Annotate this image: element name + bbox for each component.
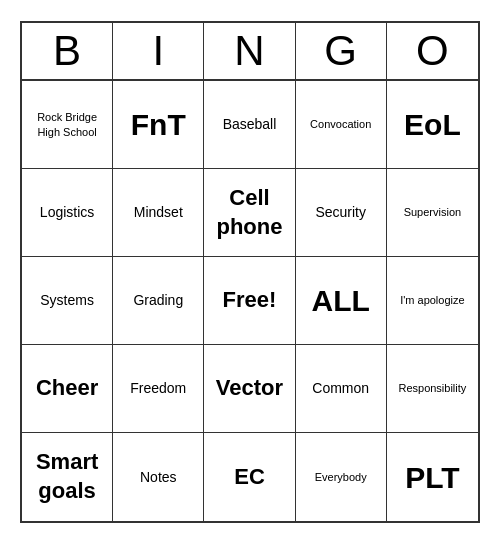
bingo-cell: Responsibility <box>387 345 478 433</box>
header-letter: I <box>113 23 204 79</box>
cell-text: Security <box>315 203 366 221</box>
cell-text: Supervision <box>404 205 461 219</box>
bingo-cell: Logistics <box>22 169 113 257</box>
bingo-cell: ALL <box>296 257 387 345</box>
bingo-grid: Rock Bridge High SchoolFnTBaseballConvoc… <box>22 81 478 521</box>
header-letter: N <box>204 23 295 79</box>
bingo-cell: Everybody <box>296 433 387 521</box>
cell-text: FnT <box>131 105 186 144</box>
cell-text: PLT <box>405 458 459 497</box>
cell-text: Convocation <box>310 117 371 131</box>
bingo-cell: Freedom <box>113 345 204 433</box>
cell-text: Responsibility <box>398 381 466 395</box>
cell-text: Rock Bridge High School <box>26 110 108 139</box>
bingo-cell: Vector <box>204 345 295 433</box>
cell-text: Free! <box>223 286 277 315</box>
bingo-cell: Supervision <box>387 169 478 257</box>
cell-text: ALL <box>312 281 370 320</box>
cell-text: Common <box>312 379 369 397</box>
bingo-cell: Common <box>296 345 387 433</box>
bingo-cell: Notes <box>113 433 204 521</box>
bingo-cell: I'm apologize <box>387 257 478 345</box>
bingo-cell: Convocation <box>296 81 387 169</box>
cell-text: Smart goals <box>26 448 108 505</box>
bingo-cell: Smart goals <box>22 433 113 521</box>
bingo-cell: Cheer <box>22 345 113 433</box>
cell-text: Logistics <box>40 203 94 221</box>
bingo-cell: Systems <box>22 257 113 345</box>
cell-text: Mindset <box>134 203 183 221</box>
bingo-cell: Rock Bridge High School <box>22 81 113 169</box>
bingo-cell: Grading <box>113 257 204 345</box>
header-letter: B <box>22 23 113 79</box>
bingo-cell: Mindset <box>113 169 204 257</box>
bingo-cell: Free! <box>204 257 295 345</box>
bingo-cell: EoL <box>387 81 478 169</box>
cell-text: Everybody <box>315 470 367 484</box>
cell-text: EoL <box>404 105 461 144</box>
cell-text: Notes <box>140 468 177 486</box>
cell-text: Vector <box>216 374 283 403</box>
bingo-cell: Cell phone <box>204 169 295 257</box>
cell-text: I'm apologize <box>400 293 464 307</box>
bingo-card: BINGO Rock Bridge High SchoolFnTBaseball… <box>20 21 480 523</box>
bingo-cell: Baseball <box>204 81 295 169</box>
bingo-cell: Security <box>296 169 387 257</box>
header-letter: O <box>387 23 478 79</box>
bingo-cell: EC <box>204 433 295 521</box>
cell-text: Grading <box>133 291 183 309</box>
bingo-cell: FnT <box>113 81 204 169</box>
cell-text: Freedom <box>130 379 186 397</box>
cell-text: Cell phone <box>208 184 290 241</box>
cell-text: Baseball <box>223 115 277 133</box>
cell-text: Cheer <box>36 374 98 403</box>
bingo-header: BINGO <box>22 23 478 81</box>
cell-text: EC <box>234 463 265 492</box>
cell-text: Systems <box>40 291 94 309</box>
header-letter: G <box>296 23 387 79</box>
bingo-cell: PLT <box>387 433 478 521</box>
